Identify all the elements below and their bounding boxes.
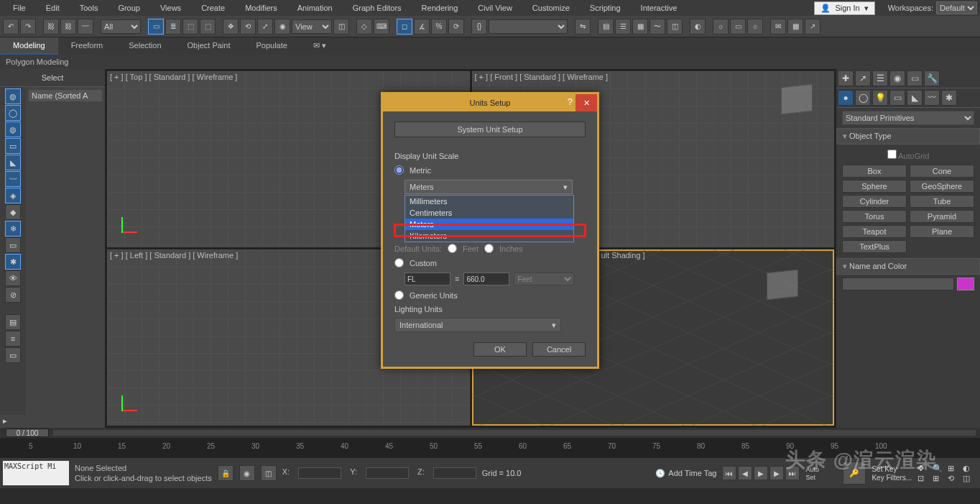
fov-icon[interactable]: ◐ xyxy=(963,464,977,473)
zoomext-icon[interactable]: ⊡ xyxy=(917,474,932,483)
y-coord-input[interactable] xyxy=(366,467,409,479)
display-cam-icon[interactable]: ▭ xyxy=(5,138,21,154)
menu-tools[interactable]: Tools xyxy=(70,1,108,14)
layers-button[interactable]: ☰ xyxy=(615,19,631,35)
utilities-tab-icon[interactable]: 🔧 xyxy=(924,70,940,86)
lock-icon[interactable]: 🔒 xyxy=(218,465,234,481)
menu-animation[interactable]: Animation xyxy=(287,1,343,14)
menu-file[interactable]: File xyxy=(3,1,36,14)
textplus-button[interactable]: TextPlus xyxy=(842,240,907,253)
orbit-icon[interactable]: ⟲ xyxy=(948,474,962,483)
display-shapes-icon[interactable]: ◯ xyxy=(5,105,21,121)
custom-unit-select[interactable]: Feet xyxy=(514,272,574,285)
autokey-button[interactable]: Auto xyxy=(805,466,837,473)
menu-civilview[interactable]: Civil View xyxy=(468,1,522,14)
scene-list[interactable]: Name (Sorted A xyxy=(26,87,105,415)
display-container-icon[interactable]: ◆ xyxy=(5,204,21,220)
feet-radio[interactable] xyxy=(448,244,457,253)
frame-slider[interactable]: 0 / 100 xyxy=(0,428,980,438)
display-lights-icon[interactable]: ◍ xyxy=(5,122,21,137)
plane-button[interactable]: Plane xyxy=(910,225,974,238)
x-coord-input[interactable] xyxy=(298,467,341,479)
systems-cat-icon[interactable]: ✱ xyxy=(941,90,957,106)
color-swatch[interactable] xyxy=(957,278,974,290)
isolate-icon[interactable]: ◉ xyxy=(239,465,255,481)
menu-views[interactable]: Views xyxy=(150,1,191,14)
render-gallery[interactable]: ▦ xyxy=(787,19,803,35)
select-tool[interactable]: ▭ xyxy=(148,19,164,35)
menu-customize[interactable]: Customize xyxy=(522,1,580,14)
option-millimeters[interactable]: Millimeters xyxy=(405,196,573,207)
primitive-type-select[interactable]: Standard Primitives xyxy=(842,111,974,125)
close-icon[interactable]: ✕ xyxy=(575,94,597,111)
display-eye-icon[interactable]: 👁 xyxy=(5,270,21,286)
menu-rendering[interactable]: Rendering xyxy=(412,1,468,14)
select-name-button[interactable]: ≣ xyxy=(165,19,181,35)
system-unit-button[interactable]: System Unit Setup xyxy=(394,122,586,137)
motion-tab-icon[interactable]: ◉ xyxy=(889,70,905,86)
list-text-icon[interactable]: ≡ xyxy=(5,331,21,347)
workspace-select[interactable]: Default xyxy=(936,1,977,14)
shapes-cat-icon[interactable]: ◯ xyxy=(855,90,871,106)
signin-button[interactable]: 👤Sign In▾ xyxy=(814,1,874,15)
timeline[interactable]: 5101520253035404550556065707580859095100 xyxy=(0,438,980,458)
z-coord-input[interactable] xyxy=(433,467,476,479)
pyramid-button[interactable]: Pyramid xyxy=(910,210,974,223)
metric-select[interactable]: Meters▾ Millimeters Centimeters Meters K… xyxy=(405,180,573,194)
redo-button[interactable]: ↷ xyxy=(20,19,36,35)
named-sel-set[interactable] xyxy=(489,19,568,34)
custom-value-input[interactable] xyxy=(463,272,509,285)
name-color-header[interactable]: Name and Color xyxy=(836,258,980,275)
selection-filter[interactable]: All xyxy=(101,19,141,34)
option-meters[interactable]: Meters xyxy=(405,219,573,230)
tab-populate[interactable]: Populate xyxy=(243,37,300,55)
list-expand-icon[interactable]: ▭ xyxy=(5,347,21,363)
pivot-button[interactable]: ◫ xyxy=(333,19,349,35)
display-group-icon[interactable]: ▭ xyxy=(5,237,21,253)
lighting-select[interactable]: International▾ xyxy=(394,318,561,332)
explorer-play-icon[interactable]: ▸ xyxy=(3,416,14,426)
render-setup[interactable]: ☼ xyxy=(713,19,729,35)
teapot-button[interactable]: Teapot xyxy=(842,225,907,238)
snap-toggle[interactable]: ◻ xyxy=(397,19,412,35)
zoom-icon[interactable]: 🔍 xyxy=(933,464,947,473)
custom-radio[interactable] xyxy=(394,258,404,267)
goto-start-button[interactable]: ⏮ xyxy=(722,466,736,480)
zoomall-icon[interactable]: ⊞ xyxy=(948,464,962,473)
sphere-button[interactable]: Sphere xyxy=(842,180,907,193)
box-button[interactable]: Box xyxy=(842,165,907,178)
viewcube-icon[interactable] xyxy=(781,84,813,115)
next-frame-button[interactable]: ▶ xyxy=(769,466,784,480)
placement-tool[interactable]: ◉ xyxy=(274,19,290,35)
render-online[interactable]: ✉ xyxy=(770,19,786,35)
render-button[interactable]: ☼ xyxy=(747,19,763,35)
timetag-icon[interactable]: 🕓 xyxy=(655,469,665,478)
list-sort-header[interactable]: Name (Sorted A xyxy=(29,90,102,101)
display-geom-icon[interactable]: ◍ xyxy=(5,88,21,104)
named-sel-button[interactable]: {} xyxy=(471,19,487,35)
menu-create[interactable]: Create xyxy=(191,1,235,14)
display-helpers-icon[interactable]: ◣ xyxy=(5,155,21,170)
scale-tool[interactable]: ⤢ xyxy=(257,19,273,35)
ribbon-mail-icon[interactable]: ✉ ▾ xyxy=(300,37,339,55)
menu-group[interactable]: Group xyxy=(108,1,150,14)
render-frame[interactable]: ▭ xyxy=(730,19,746,35)
goto-end-button[interactable]: ⏭ xyxy=(785,466,800,480)
cylinder-button[interactable]: Cylinder xyxy=(842,195,907,208)
display-frozen-icon[interactable]: ❄ xyxy=(5,221,21,237)
display-space-icon[interactable]: 〰 xyxy=(5,171,21,187)
viewcube-icon[interactable] xyxy=(767,270,798,301)
render-share[interactable]: ↗ xyxy=(805,19,820,35)
display-xref-icon[interactable]: ✱ xyxy=(5,254,21,270)
tube-button[interactable]: Tube xyxy=(910,195,974,208)
create-tab-icon[interactable]: ✚ xyxy=(838,70,854,86)
autogrid-check[interactable] xyxy=(887,150,897,159)
bind-button[interactable]: 〰 xyxy=(78,19,93,35)
ribbon-toggle[interactable]: ▦ xyxy=(632,19,648,35)
helpers-cat-icon[interactable]: ◣ xyxy=(907,90,923,106)
ok-button[interactable]: OK xyxy=(473,342,527,357)
tab-selection[interactable]: Selection xyxy=(116,37,174,55)
geom-cat-icon[interactable]: ● xyxy=(838,90,854,106)
display-tab-icon[interactable]: ▭ xyxy=(907,70,923,86)
cancel-button[interactable]: Cancel xyxy=(532,342,586,357)
